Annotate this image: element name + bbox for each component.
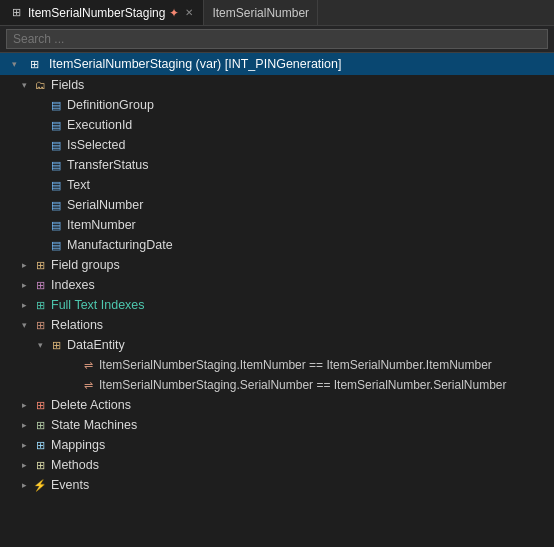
mappings-node[interactable]: ⊞ Mappings (0, 435, 554, 455)
field-label-7: ManufacturingDate (64, 238, 173, 252)
state-machines-expander[interactable] (16, 417, 32, 433)
field-icon-2: ▤ (48, 137, 64, 153)
data-entity-label: DataEntity (64, 338, 125, 352)
field-icon-3: ▤ (48, 157, 64, 173)
field-expander-7 (32, 237, 48, 253)
relations-node[interactable]: ⊞ Relations (0, 315, 554, 335)
relations-label: Relations (48, 318, 103, 332)
indexes-node[interactable]: ⊞ Indexes (0, 275, 554, 295)
field-label-0: DefinitionGroup (64, 98, 154, 112)
field-item-3[interactable]: ▤ TransferStatus (0, 155, 554, 175)
field-label-5: SerialNumber (64, 198, 143, 212)
indexes-expander[interactable] (16, 277, 32, 293)
tab-label-2: ItemSerialNumber (212, 6, 309, 20)
state-machines-icon: ⊞ (32, 417, 48, 433)
tab-item-serial-number-staging[interactable]: ⊞ ItemSerialNumberStaging ✦ ✕ (0, 0, 204, 25)
delete-actions-icon: ⊞ (32, 397, 48, 413)
tab-close-button-1[interactable]: ✕ (183, 6, 195, 19)
relation-item-0[interactable]: ⇌ ItemSerialNumberStaging.ItemNumber == … (0, 355, 554, 375)
field-label-3: TransferStatus (64, 158, 149, 172)
fields-node[interactable]: 🗂 Fields (0, 75, 554, 95)
field-icon-7: ▤ (48, 237, 64, 253)
delete-actions-label: Delete Actions (48, 398, 131, 412)
relation-expander-0 (64, 357, 80, 373)
field-expander-3 (32, 157, 48, 173)
events-icon: ⚡ (32, 477, 48, 493)
events-node[interactable]: ⚡ Events (0, 475, 554, 495)
events-expander[interactable] (16, 477, 32, 493)
data-entity-node[interactable]: ⊞ DataEntity (0, 335, 554, 355)
root-label: ItemSerialNumberStaging (var) [INT_PINGe… (46, 57, 341, 71)
field-icon-1: ▤ (48, 117, 64, 133)
fields-expander[interactable] (16, 77, 32, 93)
search-input[interactable] (6, 29, 548, 49)
root-node[interactable]: ⊞ ItemSerialNumberStaging (var) [INT_PIN… (0, 53, 554, 75)
field-item-6[interactable]: ▤ ItemNumber (0, 215, 554, 235)
field-item-5[interactable]: ▤ SerialNumber (0, 195, 554, 215)
relation-icon-0: ⇌ (80, 357, 96, 373)
search-bar (0, 26, 554, 53)
field-icon-4: ▤ (48, 177, 64, 193)
field-item-0[interactable]: ▤ DefinitionGroup (0, 95, 554, 115)
field-groups-expander[interactable] (16, 257, 32, 273)
field-icon-6: ▤ (48, 217, 64, 233)
tree-container: ⊞ ItemSerialNumberStaging (var) [INT_PIN… (0, 53, 554, 545)
delete-actions-expander[interactable] (16, 397, 32, 413)
methods-label: Methods (48, 458, 99, 472)
fields-folder-icon: 🗂 (32, 77, 48, 93)
data-entity-icon: ⊞ (48, 337, 64, 353)
field-item-4[interactable]: ▤ Text (0, 175, 554, 195)
tab-table-icon: ⊞ (8, 5, 24, 21)
state-machines-node[interactable]: ⊞ State Machines (0, 415, 554, 435)
relation-expander-1 (64, 377, 80, 393)
tab-item-serial-number[interactable]: ItemSerialNumber (204, 0, 318, 25)
root-table-icon: ⊞ (26, 56, 42, 72)
field-expander-1 (32, 117, 48, 133)
mappings-icon: ⊞ (32, 437, 48, 453)
field-item-7[interactable]: ▤ ManufacturingDate (0, 235, 554, 255)
state-machines-label: State Machines (48, 418, 137, 432)
full-text-indexes-expander[interactable] (16, 297, 32, 313)
full-text-indexes-node[interactable]: ⊞ Full Text Indexes (0, 295, 554, 315)
tab-modified-indicator: ✦ (169, 6, 179, 20)
events-label: Events (48, 478, 89, 492)
relations-icon: ⊞ (32, 317, 48, 333)
field-expander-0 (32, 97, 48, 113)
methods-expander[interactable] (16, 457, 32, 473)
field-icon-0: ▤ (48, 97, 64, 113)
field-expander-6 (32, 217, 48, 233)
relations-expander[interactable] (16, 317, 32, 333)
relation-label-0: ItemSerialNumberStaging.ItemNumber == It… (96, 358, 492, 372)
mappings-label: Mappings (48, 438, 105, 452)
field-expander-5 (32, 197, 48, 213)
relation-label-1: ItemSerialNumberStaging.SerialNumber == … (96, 378, 507, 392)
field-expander-4 (32, 177, 48, 193)
full-text-indexes-label: Full Text Indexes (48, 298, 145, 312)
root-expander[interactable] (6, 56, 22, 72)
field-label-1: ExecutionId (64, 118, 132, 132)
indexes-icon: ⊞ (32, 277, 48, 293)
methods-node[interactable]: ⊞ Methods (0, 455, 554, 475)
field-groups-icon: ⊞ (32, 257, 48, 273)
field-groups-node[interactable]: ⊞ Field groups (0, 255, 554, 275)
indexes-label: Indexes (48, 278, 95, 292)
fields-label: Fields (48, 78, 84, 92)
data-entity-expander[interactable] (32, 337, 48, 353)
field-item-2[interactable]: ▤ IsSelected (0, 135, 554, 155)
relation-icon-1: ⇌ (80, 377, 96, 393)
field-groups-label: Field groups (48, 258, 120, 272)
field-icon-5: ▤ (48, 197, 64, 213)
relation-item-1[interactable]: ⇌ ItemSerialNumberStaging.SerialNumber =… (0, 375, 554, 395)
methods-icon: ⊞ (32, 457, 48, 473)
tab-label-1: ItemSerialNumberStaging (28, 6, 165, 20)
delete-actions-node[interactable]: ⊞ Delete Actions (0, 395, 554, 415)
field-expander-2 (32, 137, 48, 153)
field-label-6: ItemNumber (64, 218, 136, 232)
field-label-2: IsSelected (64, 138, 125, 152)
mappings-expander[interactable] (16, 437, 32, 453)
tab-bar: ⊞ ItemSerialNumberStaging ✦ ✕ ItemSerial… (0, 0, 554, 26)
field-label-4: Text (64, 178, 90, 192)
field-item-1[interactable]: ▤ ExecutionId (0, 115, 554, 135)
full-text-indexes-icon: ⊞ (32, 297, 48, 313)
